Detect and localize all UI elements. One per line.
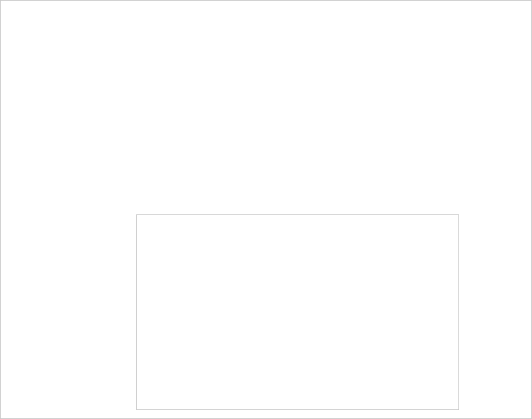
cost-chart[interactable] [136, 214, 459, 410]
chart-canvas [137, 215, 345, 319]
spreadsheet-app [0, 0, 532, 419]
